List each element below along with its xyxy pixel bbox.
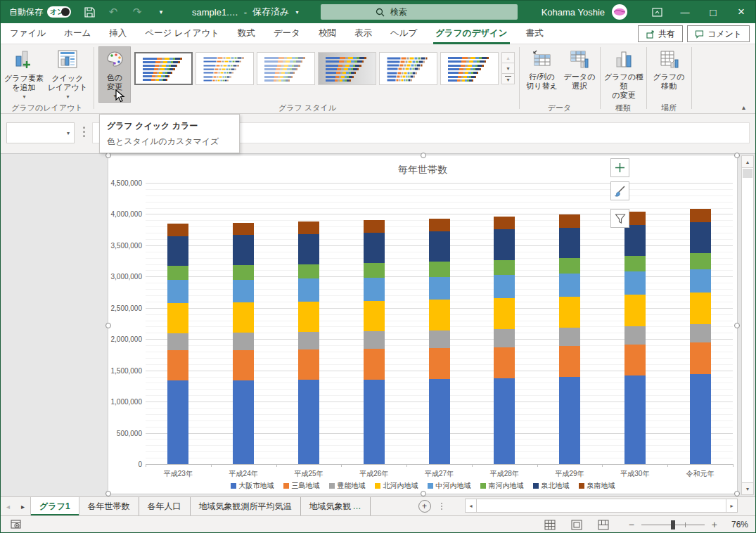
zoom-slider-thumb[interactable] (671, 520, 675, 529)
zoom-in-icon[interactable]: + (712, 519, 717, 530)
bar-segment-三島地域[interactable] (167, 350, 188, 380)
bar-segment-南河内地域[interactable] (233, 265, 254, 280)
page-break-view-icon[interactable] (598, 520, 609, 530)
normal-view-icon[interactable] (544, 520, 556, 530)
selection-handle[interactable] (734, 153, 740, 158)
vertical-scrollbar[interactable]: ▴ ▾ (741, 155, 754, 495)
bar-segment-南河内地域[interactable] (167, 266, 188, 280)
scroll-down-icon[interactable]: ▾ (742, 482, 753, 494)
bar-segment-北河内地域[interactable] (167, 303, 188, 333)
bar-segment-豊能地域[interactable] (298, 332, 319, 349)
chart-style-thumbnail-6[interactable] (440, 52, 499, 85)
bar-segment-大阪市地域[interactable] (429, 379, 450, 464)
ribbon-tab-4[interactable]: 数式 (229, 23, 264, 44)
bar-segment-泉南地域[interactable] (429, 219, 450, 231)
add-sheet-button[interactable]: + (418, 500, 431, 513)
bar-segment-中河内地域[interactable] (364, 278, 385, 301)
sheet-nav-right-icon[interactable]: ▸ (21, 503, 25, 510)
ribbon-tab-3[interactable]: ページ レイアウト (136, 23, 229, 44)
selection-handle[interactable] (734, 491, 740, 496)
sheet-tab-options[interactable] (441, 503, 442, 510)
bar-segment-南河内地域[interactable] (364, 263, 385, 278)
ribbon-tab-5[interactable]: データ (264, 23, 309, 44)
undo-icon[interactable]: ↶ (106, 5, 120, 19)
user-name[interactable]: Kohama Yoshie (542, 7, 605, 18)
ribbon-tab-9[interactable]: グラフのデザイン (426, 23, 516, 44)
ribbon-tab-7[interactable]: 表示 (345, 23, 381, 44)
sheet-tab-4[interactable]: 地域気象観… (301, 497, 371, 515)
bar-segment-三島地域[interactable] (559, 346, 580, 377)
sheet-tab-2[interactable]: 各年人口 (139, 497, 191, 515)
bar-segment-大阪市地域[interactable] (233, 380, 254, 464)
minimize-button[interactable]: — (671, 1, 699, 23)
bar-segment-三島地域[interactable] (690, 342, 711, 374)
bar-segment-豊能地域[interactable] (167, 333, 188, 351)
close-button[interactable]: × (727, 1, 755, 23)
share-button[interactable]: 共有 (638, 25, 683, 42)
bar-segment-北河内地域[interactable] (364, 301, 385, 332)
bar-segment-南河内地域[interactable] (298, 264, 319, 279)
bar-segment-泉南地域[interactable] (167, 224, 188, 236)
bar-segment-中河内地域[interactable] (429, 277, 450, 300)
sheet-tab-3[interactable]: 地域気象観測所平均気温 (191, 497, 301, 515)
ribbon-tab-10[interactable]: 書式 (517, 23, 553, 44)
legend-item-大阪市地域[interactable]: 大阪市地域 (231, 481, 274, 491)
selection-handle[interactable] (421, 491, 426, 496)
bar-segment-中河内地域[interactable] (167, 280, 188, 302)
bar-segment-南河内地域[interactable] (429, 262, 450, 276)
bar-segment-大阪市地域[interactable] (494, 378, 515, 464)
chart-legend[interactable]: 大阪市地域三島地域豊能地域北河内地域中河内地域南河内地域泉北地域泉南地域 (108, 481, 737, 491)
bar-segment-泉北地域[interactable] (364, 233, 385, 263)
move-chart-button[interactable]: グラフの 移動 (649, 46, 688, 103)
sheet-tab-1[interactable]: 各年世帯数 (79, 497, 139, 515)
bar-segment-大阪市地域[interactable] (364, 380, 385, 464)
chart-style-thumbnail-1[interactable] (134, 52, 193, 85)
bar-segment-泉南地域[interactable] (364, 220, 385, 233)
sheet-nav-left-icon[interactable]: ◂ (6, 503, 10, 510)
document-title[interactable]: sample1.… - 保存済み ▾ (192, 6, 298, 18)
bar-segment-泉南地域[interactable] (494, 217, 515, 230)
gallery-scroll-down-icon[interactable]: ▾ (501, 63, 515, 74)
chart-elements-button[interactable] (610, 158, 629, 177)
zoom-level[interactable]: 76% (724, 520, 748, 529)
bar-segment-泉北地域[interactable] (429, 231, 450, 262)
save-icon[interactable] (82, 5, 96, 19)
bar-segment-北河内地域[interactable] (559, 297, 580, 328)
vertical-scroll-thumb[interactable] (743, 169, 752, 178)
legend-item-北河内地域[interactable]: 北河内地域 (375, 481, 418, 491)
bar-segment-北河内地域[interactable] (298, 302, 319, 332)
bar-segment-北河内地域[interactable] (494, 298, 515, 329)
accessibility-status-icon[interactable] (11, 520, 22, 529)
collapse-ribbon-icon[interactable]: ▴ (742, 103, 745, 111)
selection-handle[interactable] (105, 323, 111, 328)
scroll-right-icon[interactable]: ▸ (726, 499, 737, 512)
bar-segment-南河内地域[interactable] (559, 258, 580, 274)
selection-handle[interactable] (105, 153, 111, 158)
bar-segment-三島地域[interactable] (429, 348, 450, 379)
bar-segment-泉北地域[interactable] (624, 225, 646, 256)
gallery-more-icon[interactable]: ▾ (501, 73, 515, 84)
selection-handle[interactable] (421, 153, 426, 158)
bar-segment-大阪市地域[interactable] (690, 374, 711, 464)
chart-style-thumbnail-4[interactable] (318, 52, 376, 85)
switch-row-column-button[interactable]: 行/列の 切り替え (523, 46, 561, 103)
avatar[interactable] (612, 4, 627, 20)
bar-segment-泉北地域[interactable] (559, 228, 580, 258)
bar-segment-泉北地域[interactable] (494, 229, 515, 259)
bar-segment-豊能地域[interactable] (494, 329, 515, 347)
bar-segment-泉南地域[interactable] (690, 209, 711, 222)
maximize-button[interactable]: □ (699, 1, 727, 23)
bar-segment-三島地域[interactable] (364, 349, 385, 379)
select-data-button[interactable]: データの 選択 (561, 46, 598, 103)
gallery-scroll-up-icon[interactable]: ▴ (501, 52, 515, 63)
chart-style-thumbnail-3[interactable] (257, 52, 315, 85)
change-chart-type-button[interactable]: グラフの種類 の変更 (603, 46, 645, 103)
bar-segment-中河内地域[interactable] (559, 274, 580, 297)
bar-segment-泉北地域[interactable] (298, 234, 319, 264)
redo-icon[interactable]: ↷ (130, 5, 144, 19)
bar-segment-大阪市地域[interactable] (624, 375, 646, 464)
bar-segment-北河内地域[interactable] (233, 302, 254, 333)
bar-segment-南河内地域[interactable] (494, 260, 515, 276)
legend-item-三島地域[interactable]: 三島地域 (283, 481, 320, 491)
ribbon-tab-2[interactable]: 挿入 (100, 23, 136, 44)
